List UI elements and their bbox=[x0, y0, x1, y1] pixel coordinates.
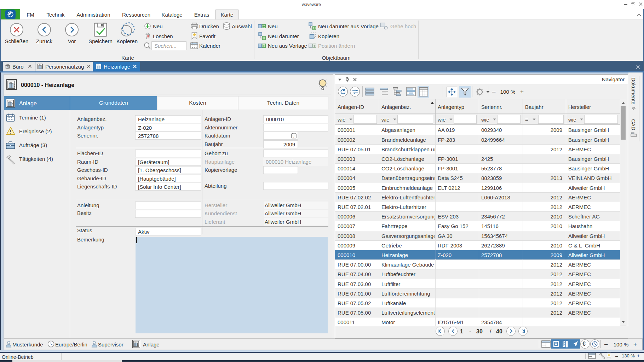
svg-text:7: 7 bbox=[293, 135, 295, 138]
